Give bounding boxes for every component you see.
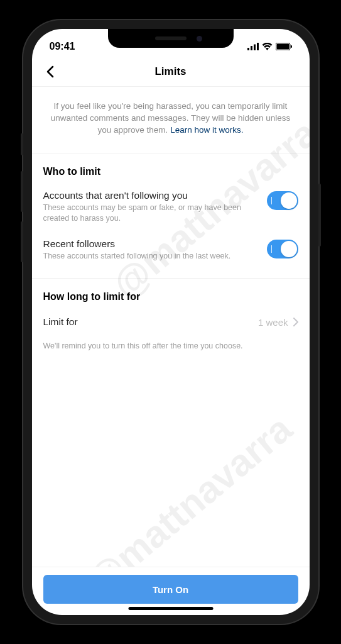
wifi-icon (262, 43, 273, 50)
option-subtitle: These accounts may be spam or fake, or m… (43, 203, 259, 224)
back-button[interactable] (41, 62, 60, 81)
notch (108, 29, 234, 48)
section-how-long: How long to limit for (32, 279, 310, 311)
limit-for-label: Limit for (43, 316, 258, 328)
svg-rect-0 (247, 48, 249, 50)
duration-note: We'll remind you to turn this off after … (32, 338, 310, 362)
nav-header: Limits (32, 57, 310, 87)
svg-rect-5 (276, 44, 289, 50)
option-subtitle: These accounts started following you in … (43, 251, 259, 262)
svg-rect-1 (251, 46, 252, 50)
content-area: @mattnavarra @mattnavarra If you feel li… (32, 87, 310, 567)
svg-rect-2 (254, 45, 256, 51)
option-title: Accounts that aren't following you (43, 190, 259, 201)
option-recent-followers: Recent followers These accounts started … (32, 235, 310, 273)
intro-text: If you feel like you're being harassed, … (32, 87, 310, 153)
screen: 09:41 Limits @mattnavarra @mattnavarra I… (32, 29, 310, 615)
turn-on-button[interactable]: Turn On (43, 575, 298, 604)
watermark: @mattnavarra (78, 407, 300, 567)
status-time: 09:41 (50, 41, 75, 52)
section-who-to-limit: Who to limit (32, 153, 310, 186)
option-not-following: Accounts that aren't following you These… (32, 186, 310, 235)
home-indicator[interactable] (128, 607, 213, 610)
svg-rect-6 (291, 45, 292, 48)
option-title: Recent followers (43, 238, 259, 250)
learn-more-link[interactable]: Learn how it works. (170, 125, 243, 135)
chevron-left-icon (46, 65, 55, 78)
limit-duration-row[interactable]: Limit for 1 week (32, 311, 310, 338)
svg-rect-3 (257, 43, 259, 50)
phone-frame: 09:41 Limits @mattnavarra @mattnavarra I… (23, 20, 318, 624)
limit-for-value: 1 week (258, 317, 288, 328)
chevron-right-icon (293, 318, 298, 326)
cellular-icon (247, 43, 259, 50)
battery-icon (276, 43, 292, 50)
toggle-not-following[interactable] (267, 191, 298, 210)
page-title: Limits (32, 65, 310, 78)
toggle-recent-followers[interactable] (267, 240, 298, 258)
status-icons (247, 43, 292, 50)
